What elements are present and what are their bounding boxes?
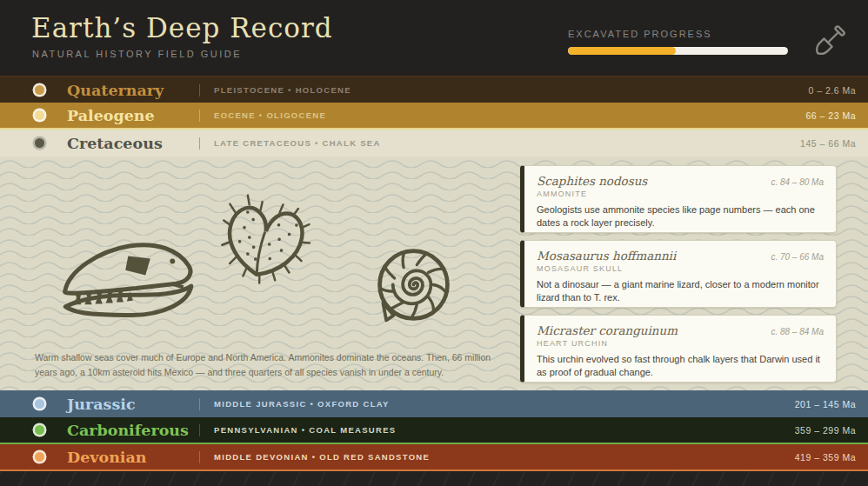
fossil-age: c. 84 – 80 Ma: [771, 177, 824, 187]
period-row-carboniferous[interactable]: Carboniferous PENNSYLVANIAN • COAL MEASU…: [0, 417, 868, 444]
fossil-name: Scaphites nodosus: [537, 174, 647, 188]
period-age-range: 0 – 2.6 Ma: [808, 85, 856, 96]
fossil-card-list: Scaphites nodosus c. 84 – 80 Ma AMMONITE…: [520, 165, 837, 383]
period-name: Quaternary: [67, 82, 199, 99]
period-age-range: 419 – 359 Ma: [795, 452, 856, 463]
period-row-jurassic[interactable]: Jurassic MIDDLE JURASSIC • OXFORD CLAY 2…: [0, 390, 868, 417]
period-bullet-icon: [35, 110, 44, 120]
fossil-type: HEART URCHIN: [537, 339, 824, 348]
period-name: Cretaceous: [67, 135, 199, 152]
fossil-card-heart-urchin[interactable]: Micraster coranguinum c. 88 – 84 Ma HEAR…: [520, 315, 837, 383]
period-epochs: PLEISTOCENE • HOLOCENE: [214, 85, 351, 95]
fossil-name: Mosasaurus hoffmannii: [537, 249, 676, 263]
period-age-range: 201 – 145 Ma: [795, 399, 856, 409]
fossil-card-ammonite[interactable]: Scaphites nodosus c. 84 – 80 Ma AMMONITE…: [520, 165, 837, 233]
divider: [199, 110, 200, 122]
fossil-type: MOSASAUR SKULL: [537, 264, 824, 273]
progress-fill: [568, 47, 676, 55]
header: Earth’s Deep Record NATURAL HISTORY FIEL…: [0, 0, 868, 76]
divider: [199, 424, 200, 436]
progress-label: EXCAVATED PROGRESS: [568, 29, 788, 39]
page-title: Earth’s Deep Record: [31, 12, 333, 43]
period-row-cretaceous[interactable]: Cretaceous LATE CRETACEOUS • CHALK SEA 1…: [0, 130, 868, 156]
period-epochs: MIDDLE JURASSIC • OXFORD CLAY: [214, 399, 390, 409]
period-name: Paleogene: [67, 107, 199, 124]
period-bullet-icon: [35, 138, 44, 148]
page-subtitle: NATURAL HISTORY FIELD GUIDE: [32, 49, 242, 59]
period-bullet-icon: [35, 399, 44, 409]
cretaceous-expanded-panel: Warm shallow seas cover much of Europe a…: [0, 156, 868, 390]
period-age-range: 359 – 299 Ma: [795, 425, 856, 436]
period-epochs: PENNSYLVANIAN • COAL MEASURES: [214, 425, 396, 435]
fossil-note: Geologists use ammonite species like pag…: [537, 203, 824, 230]
period-name: Devonian: [67, 449, 199, 466]
footer-texture-band: [0, 471, 868, 486]
fossil-note: This urchin evolved so fast through chal…: [537, 353, 824, 380]
period-row-quaternary[interactable]: Quaternary PLEISTOCENE • HOLOCENE 0 – 2.…: [0, 76, 868, 103]
period-row-devonian[interactable]: Devonian MIDDLE DEVONIAN • OLD RED SANDS…: [0, 444, 868, 471]
divider: [199, 84, 200, 97]
period-name: Jurassic: [67, 396, 199, 413]
divider: [199, 398, 200, 410]
ammonite-illustration: [372, 243, 455, 326]
period-epochs: LATE CRETACEOUS • CHALK SEA: [214, 138, 381, 148]
period-age-range: 66 – 23 Ma: [805, 110, 856, 121]
period-age-range: 145 – 66 Ma: [800, 138, 856, 149]
fossil-card-mosasaur[interactable]: Mosasaurus hoffmannii c. 70 – 66 Ma MOSA…: [520, 240, 837, 308]
period-name: Carboniferous: [67, 422, 199, 439]
fossil-note: Not a dinosaur — a giant marine lizard, …: [537, 278, 824, 305]
excavated-progress: EXCAVATED PROGRESS: [568, 29, 788, 55]
period-epochs: EOCENE • OLIGOCENE: [214, 110, 326, 120]
mosasaur-skull-illustration: [50, 233, 211, 342]
fossil-age: c. 70 – 66 Ma: [771, 252, 824, 262]
period-epochs: MIDDLE DEVONIAN • OLD RED SANDSTONE: [214, 452, 430, 462]
fossil-name: Micraster coranguinum: [537, 323, 678, 337]
field-guide-app: Earth’s Deep Record NATURAL HISTORY FIEL…: [0, 0, 868, 486]
period-bullet-icon: [35, 85, 44, 95]
period-bullet-icon: [35, 452, 44, 462]
period-row-paleogene[interactable]: Paleogene EOCENE • OLIGOCENE 66 – 23 Ma: [0, 103, 868, 130]
period-description: Warm shallow seas cover much of Europe a…: [35, 350, 504, 381]
fossil-age: c. 88 – 84 Ma: [771, 327, 824, 336]
period-bullet-icon: [35, 425, 44, 435]
divider: [199, 451, 200, 463]
heart-urchin-illustration: [216, 193, 316, 293]
fossil-type: AMMONITE: [537, 190, 824, 198]
divider: [199, 137, 200, 150]
shovel-icon: [807, 22, 849, 63]
progress-bar: [568, 47, 788, 55]
